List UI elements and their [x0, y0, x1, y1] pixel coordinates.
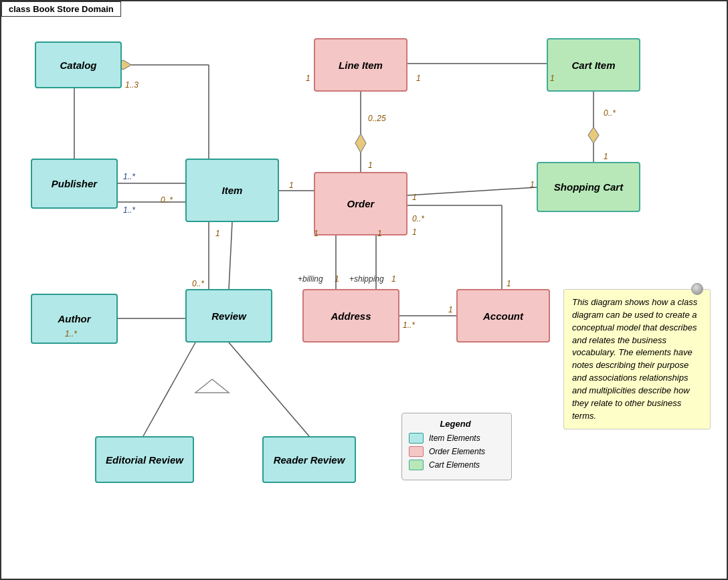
mult-item-rev-0star: 0..* — [192, 279, 204, 288]
reader-review-box: Reader Review — [262, 436, 356, 483]
mult-cartitem-0star: 0..* — [604, 108, 616, 118]
mult-acc-addr-1star: 1..* — [403, 320, 415, 330]
mult-order-1b: 1 — [377, 229, 382, 238]
mult-item-order-1: 1 — [289, 181, 294, 190]
legend-item-2: Order Elements — [409, 446, 502, 457]
mult-acc-addr-1: 1 — [448, 305, 453, 314]
address-box: Address — [302, 289, 399, 343]
legend-box: Legend Item Elements Order Elements Cart… — [401, 413, 512, 480]
svg-line-15 — [407, 187, 537, 195]
legend-swatch-pink — [409, 446, 424, 457]
mult-pub-item-0star: 0..* — [161, 195, 173, 205]
note-text: This diagram shows how a class diagram c… — [572, 297, 697, 421]
publisher-box: Publisher — [31, 159, 118, 209]
legend-item-1: Item Elements — [409, 433, 502, 444]
item-box: Item — [185, 159, 279, 222]
mult-shipping-1: 1 — [391, 274, 396, 284]
mult-order-acc-1a: 1 — [412, 227, 417, 237]
mult-lineitem-025: 0..25 — [368, 114, 386, 123]
svg-marker-13 — [588, 127, 599, 143]
cart-item-box: Cart Item — [547, 38, 640, 92]
editorial-review-box: Editorial Review — [95, 436, 194, 483]
mult-order-sc-1b: 1 — [530, 180, 535, 189]
mult-order-acc-0star: 0..* — [412, 214, 424, 223]
mult-lineitem-1a: 1 — [306, 74, 310, 83]
diagram-container: class Book Store Domain — [0, 0, 728, 580]
legend-title: Legend — [409, 419, 502, 429]
order-box: Order — [314, 172, 407, 235]
mult-order-acc-1b: 1 — [507, 279, 511, 288]
mult-order-1a: 1 — [314, 229, 318, 238]
svg-marker-24 — [195, 379, 229, 393]
legend-swatch-green — [409, 460, 424, 470]
legend-item-3: Cart Elements — [409, 460, 502, 470]
legend-label-1: Item Elements — [429, 433, 480, 443]
note-pin — [691, 283, 703, 295]
mult-shipping-label: +shipping — [349, 274, 384, 284]
svg-marker-9 — [355, 134, 366, 153]
mult-lineitem-1c: 1 — [368, 161, 373, 170]
svg-line-23 — [229, 343, 309, 436]
review-box: Review — [185, 289, 272, 343]
mult-order-sc-1a: 1 — [412, 193, 417, 202]
mult-pub-1star2: 1..* — [123, 205, 135, 215]
legend-label-3: Cart Elements — [429, 460, 480, 470]
legend-swatch-cyan — [409, 433, 424, 444]
diagram-title: class Book Store Domain — [1, 1, 121, 17]
mult-item-rev-1: 1 — [215, 229, 220, 238]
svg-line-16 — [229, 222, 232, 289]
mult-billing-label: +billing — [298, 274, 323, 284]
mult-cartitem-1: 1 — [550, 74, 555, 83]
svg-line-22 — [143, 343, 195, 436]
mult-billing-1: 1 — [335, 274, 339, 284]
mult-author-1star: 1..* — [65, 329, 77, 339]
account-box: Account — [456, 289, 550, 343]
mult-lineitem-1b: 1 — [416, 74, 421, 83]
mult-catalog-1: 1..3 — [125, 80, 139, 90]
shopping-cart-box: Shopping Cart — [537, 162, 640, 212]
catalog-box: Catalog — [35, 41, 122, 88]
mult-pub-item-1star: 1..* — [123, 172, 135, 181]
line-item-box: Line Item — [314, 38, 407, 92]
legend-label-2: Order Elements — [429, 447, 485, 456]
note-box: This diagram shows how a class diagram c… — [563, 289, 711, 429]
mult-cartitem-1b: 1 — [604, 152, 608, 161]
